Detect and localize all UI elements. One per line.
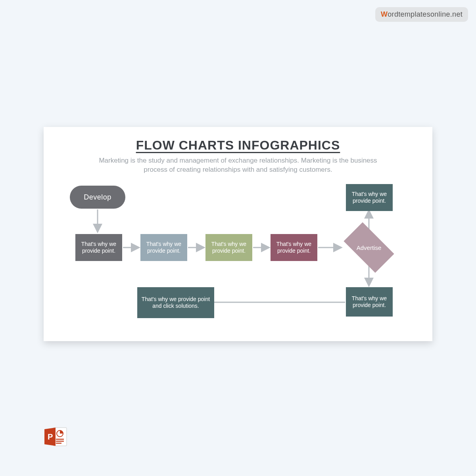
node-box-1: That's why we provide point. [75, 234, 122, 261]
diamond-label: Advertise [343, 230, 395, 265]
watermark-first-letter: W [381, 10, 388, 18]
node-box-2: That's why we provide point. [140, 234, 187, 261]
node-solutions: That's why we provide point and click so… [137, 287, 214, 318]
slide-inner: FLOW CHARTS INFOGRAPHICS Marketing is th… [44, 127, 432, 341]
slide-card: FLOW CHARTS INFOGRAPHICS Marketing is th… [44, 127, 432, 341]
watermark-text: ordtemplatesonline.net [388, 10, 463, 18]
node-top-teal: That's why we provide point. [346, 184, 393, 211]
node-box-3: That's why we provide point. [205, 234, 252, 261]
svg-text:P: P [48, 432, 53, 441]
node-advertise-diamond: Advertise [343, 230, 395, 265]
svg-rect-11 [56, 441, 64, 442]
watermark-badge: Wordtemplatesonline.net [375, 7, 468, 22]
svg-rect-12 [56, 443, 61, 444]
node-box-4: That's why we provide point. [271, 234, 317, 261]
powerpoint-icon: P [44, 425, 68, 448]
node-bottom-teal: That's why we provide point. [346, 287, 393, 317]
svg-rect-10 [56, 439, 64, 440]
node-develop: Develop [70, 186, 125, 209]
